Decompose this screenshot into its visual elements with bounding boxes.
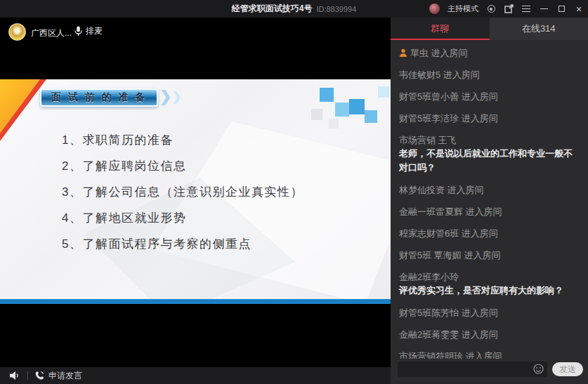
- chat-message: 金融2班李小玲 评优秀实习生，是否对应聘有大的影响？: [399, 270, 580, 298]
- presenter-bar: 广西区人... 排麦: [0, 18, 391, 60]
- microphone-icon: [74, 26, 82, 37]
- close-icon[interactable]: ×: [574, 4, 584, 14]
- bottom-toolbar: 申请发言: [0, 367, 391, 384]
- chat-message: 程家志财管6班 进入房间: [399, 227, 580, 240]
- slide-decor-square: [320, 88, 334, 102]
- slide-decor-square: [335, 102, 349, 117]
- chat-tabs: 群聊 在线314: [391, 18, 588, 40]
- slide-bullet-list: 1、求职简历的准备 2、了解应聘岗位信息 3、了解公司信息（注意识别企业真实性）…: [62, 127, 303, 257]
- stage: 广西区人... 排麦 面 试 前 的 准 备: [0, 18, 391, 384]
- presentation-slide: 面 试 前 的 准 备 1、求职简历的准备 2、了解应聘岗位信息 3、了解公司信…: [0, 79, 391, 304]
- phone-icon: [34, 371, 44, 380]
- chat-message: 财管5班李洁珍 进入房间: [399, 112, 580, 125]
- chevron-right-icon: [161, 90, 170, 105]
- slide-bullet: 2、了解应聘岗位信息: [62, 153, 303, 179]
- slide-decor-square: [329, 119, 339, 128]
- slide-bullet: 4、了解地区就业形势: [62, 205, 303, 231]
- chat-input[interactable]: [398, 362, 547, 377]
- presenter-name: 广西区人...: [31, 27, 72, 39]
- tab-group-chat[interactable]: 群聊: [391, 18, 490, 40]
- request-speak-label: 申请发言: [48, 370, 82, 382]
- menu-icon[interactable]: [521, 4, 531, 14]
- chat-message: 财管5班 覃海媚 进入房间: [399, 249, 580, 262]
- chat-panel: 群聊 在线314 單虫 进入房间 韦佳敏财5 进入房间 财管5班曾小善 进入房间…: [391, 18, 588, 384]
- slide-bullet: 1、求职简历的准备: [62, 127, 303, 153]
- toolbar-divider: [27, 371, 28, 380]
- slide-decor-square: [311, 109, 322, 120]
- chat-message: 韦佳敏财5 进入房间: [399, 68, 580, 81]
- chat-message: 金融一班雷夏辉 进入房间: [399, 205, 580, 218]
- mic-queue-button[interactable]: 排麦: [74, 25, 103, 37]
- chat-message: 金融2班蒋雯雯 进入房间: [399, 328, 580, 341]
- send-button[interactable]: 发送: [552, 362, 583, 376]
- maximize-icon[interactable]: [556, 4, 566, 14]
- chevron-right-icon: [173, 91, 181, 104]
- slide-bullet: 5、了解面试程序与考察的侧重点: [62, 231, 303, 257]
- record-icon[interactable]: [486, 4, 496, 14]
- chat-message: 财管5班陈芳怡 进入房间: [399, 306, 580, 319]
- host-avatar: [429, 4, 440, 14]
- slide-bottom-bar: [0, 299, 391, 304]
- slide-bullet: 3、了解公司信息（注意识别企业真实性）: [62, 179, 303, 205]
- chat-message-list[interactable]: 單虫 进入房间 韦佳敏财5 进入房间 财管5班曾小善 进入房间 财管5班李洁珍 …: [391, 40, 588, 359]
- request-speak-button[interactable]: 申请发言: [34, 370, 82, 382]
- chat-message: 市场营销 王飞 老师，不是说以后就业的工作和专业一般不对口吗？: [399, 133, 580, 175]
- titlebar: 经管求职面试技巧4号 ID:8839994 主持模式 ×: [0, 0, 588, 18]
- person-icon: [399, 48, 407, 58]
- chat-message: 單虫 进入房间: [399, 46, 580, 60]
- host-mode-label[interactable]: 主持模式: [447, 4, 478, 14]
- chat-input-row: 发送: [391, 359, 588, 384]
- tab-online-count[interactable]: 在线314: [490, 18, 588, 40]
- app-window: 经管求职面试技巧4号 ID:8839994 主持模式 × 广西区人...: [0, 0, 588, 384]
- room-id: ID:8839994: [316, 5, 356, 13]
- emoji-icon[interactable]: [533, 364, 544, 374]
- slide-decor-square: [378, 86, 389, 98]
- slide-decor-square: [365, 110, 377, 123]
- chat-message: 财管5班曾小善 进入房间: [399, 90, 580, 103]
- slide-decor-square: [349, 99, 365, 114]
- minimize-icon[interactable]: [539, 4, 549, 14]
- chat-message: 林梦仙投资 进入房间: [399, 183, 580, 197]
- slide-title: 面 试 前 的 准 备: [40, 88, 158, 107]
- mic-queue-label: 排麦: [86, 25, 103, 37]
- window-title: 经管求职面试技巧4号: [232, 3, 313, 15]
- presenter-avatar: [8, 23, 26, 41]
- popout-icon[interactable]: [504, 4, 514, 14]
- speaker-icon[interactable]: [9, 371, 20, 380]
- chat-message: 市场营销符明珍 进入房间: [399, 350, 580, 359]
